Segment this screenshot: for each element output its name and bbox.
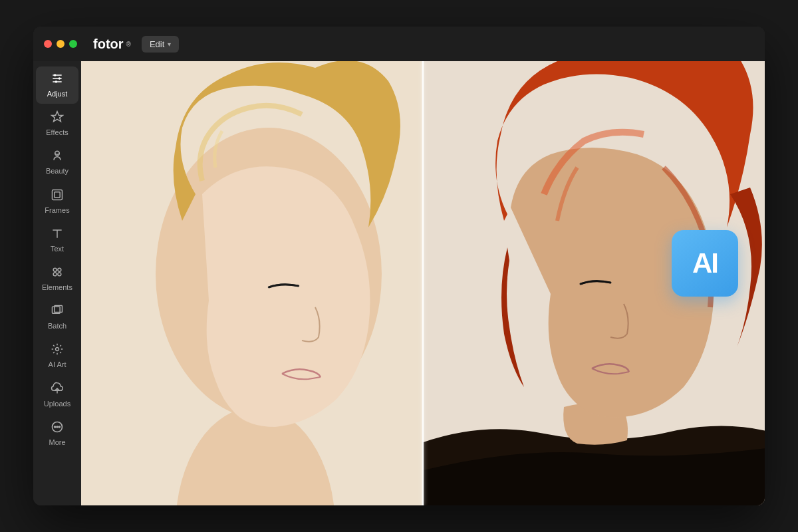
- text-label: Text: [51, 245, 64, 253]
- svg-point-12: [58, 268, 61, 271]
- batch-icon: [51, 304, 64, 319]
- uploads-icon: [51, 382, 64, 397]
- beauty-label: Beauty: [46, 167, 68, 176]
- svg-point-5: [55, 80, 57, 82]
- svg-rect-8: [55, 192, 60, 197]
- sidebar-item-text[interactable]: Text: [36, 221, 78, 259]
- svg-point-1: [54, 74, 56, 76]
- svg-point-3: [59, 77, 61, 79]
- svg-point-17: [56, 348, 59, 351]
- image-before: [81, 61, 423, 505]
- ai-badge[interactable]: AI: [672, 230, 738, 297]
- frames-icon: [51, 188, 64, 203]
- effects-label: Effects: [46, 128, 68, 137]
- svg-point-11: [53, 268, 57, 271]
- svg-point-14: [58, 273, 61, 276]
- logo-text: fotor: [93, 37, 124, 52]
- chevron-down-icon: ▾: [168, 41, 171, 48]
- logo-reg: ®: [126, 41, 131, 48]
- sidebar-item-uploads[interactable]: Uploads: [36, 376, 78, 414]
- traffic-lights: [44, 40, 77, 48]
- sidebar-item-effects[interactable]: Effects: [36, 105, 78, 142]
- sidebar-item-ai-art[interactable]: AI Art: [36, 337, 78, 374]
- canvas-area: AI: [81, 61, 765, 505]
- ai-art-label: AI Art: [49, 360, 66, 369]
- titlebar: fotor® Edit ▾: [33, 27, 765, 61]
- portrait-before-svg: [81, 61, 423, 505]
- sidebar-item-beauty[interactable]: Beauty: [36, 144, 78, 181]
- close-button[interactable]: [44, 40, 52, 48]
- app-logo: fotor®: [93, 37, 131, 52]
- ai-badge-text: AI: [692, 247, 718, 279]
- adjust-label: Adjust: [47, 90, 68, 98]
- frames-label: Frames: [45, 206, 69, 215]
- svg-point-13: [53, 273, 57, 276]
- sidebar-item-batch[interactable]: Batch: [36, 299, 78, 336]
- elements-icon: [51, 265, 64, 281]
- app-window: fotor® Edit ▾: [33, 27, 765, 505]
- minimize-button[interactable]: [57, 40, 65, 48]
- svg-point-21: [57, 426, 58, 428]
- sidebar: Adjust Effects: [33, 61, 81, 505]
- more-label: More: [49, 438, 65, 447]
- uploads-label: Uploads: [44, 400, 70, 408]
- elements-label: Elements: [42, 283, 72, 292]
- ai-art-icon: [51, 342, 64, 358]
- sidebar-item-more[interactable]: More: [36, 415, 78, 452]
- split-image: AI: [81, 61, 765, 505]
- edit-menu-button[interactable]: Edit ▾: [142, 36, 179, 53]
- svg-point-20: [55, 426, 56, 428]
- more-icon: [51, 420, 64, 436]
- batch-label: Batch: [48, 322, 66, 331]
- svg-point-22: [59, 426, 60, 428]
- svg-rect-7: [53, 190, 63, 200]
- maximize-button[interactable]: [69, 40, 77, 48]
- adjust-icon: [51, 72, 64, 87]
- effects-icon: [51, 110, 64, 126]
- sidebar-item-adjust[interactable]: Adjust: [36, 66, 78, 104]
- sidebar-item-frames[interactable]: Frames: [36, 183, 78, 220]
- edit-menu-label: Edit: [150, 39, 164, 49]
- split-divider[interactable]: [422, 61, 424, 505]
- beauty-icon: [51, 149, 64, 164]
- text-icon: [51, 227, 64, 242]
- app-body: Adjust Effects: [33, 61, 765, 505]
- sidebar-item-elements[interactable]: Elements: [36, 260, 78, 297]
